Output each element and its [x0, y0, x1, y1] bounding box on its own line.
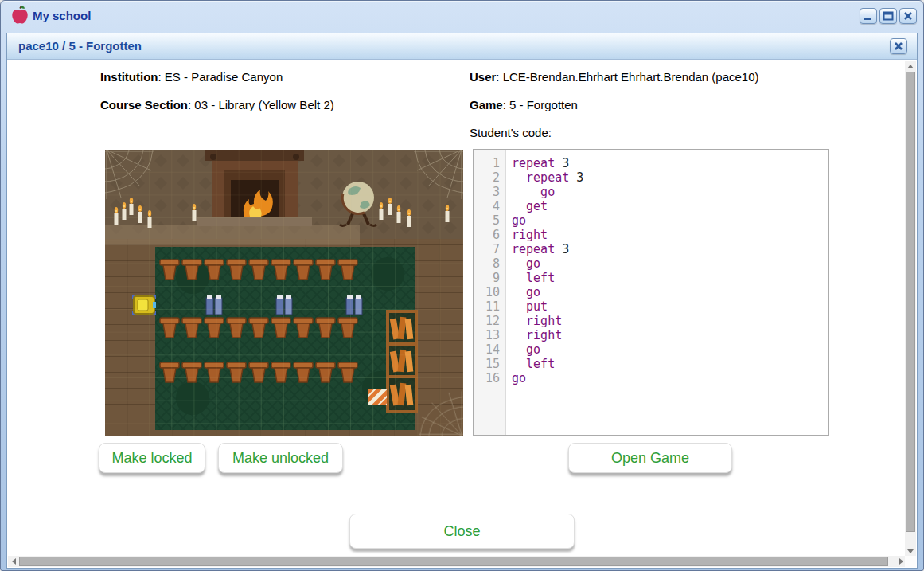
code-keyword: repeat [512, 170, 576, 185]
apple-icon [11, 6, 29, 25]
line-number: 12 [474, 314, 505, 328]
line-number: 5 [474, 213, 505, 228]
code-arg: 3 [576, 170, 583, 185]
scrollbar-corner [905, 556, 916, 567]
triangle-down-icon [907, 549, 914, 553]
game-scene [105, 150, 463, 436]
dialog-header: pace10 / 5 - Forgotten [7, 33, 917, 60]
triangle-right-icon [899, 558, 903, 565]
course-section-row: Course Section: 03 - Library (Yellow Bel… [100, 98, 334, 111]
line-number: 3 [474, 185, 505, 199]
user-value: : LCE-Brendan.Ehrhart Ehrhart.Brendan (p… [496, 70, 758, 84]
minimize-button[interactable] [860, 8, 877, 24]
code-keyword: right [512, 314, 562, 328]
close-button[interactable]: Close [349, 514, 575, 549]
vertical-scrollbar[interactable] [905, 61, 916, 557]
line-number: 8 [474, 256, 505, 271]
line-number: 15 [474, 357, 505, 371]
code-line: 13 right [474, 328, 828, 342]
scroll-up-arrow[interactable] [905, 61, 916, 72]
institution-row: Institution: ES - Paradise Canyon [100, 70, 283, 84]
minimize-icon [863, 10, 874, 22]
code-keyword: put [512, 299, 548, 314]
institution-label: Institution [100, 70, 158, 84]
dialog-close-button[interactable] [890, 38, 907, 54]
window-titlebar: My school [1, 1, 923, 31]
line-number: 4 [474, 199, 505, 213]
code-keyword: go [512, 256, 540, 271]
course-section-value: : 03 - Library (Yellow Belt 2) [188, 98, 334, 111]
code-keyword: repeat [512, 156, 562, 170]
open-game-button[interactable]: Open Game [568, 443, 732, 473]
close-icon [893, 41, 904, 52]
scroll-down-arrow[interactable] [905, 546, 916, 557]
line-number: 1 [474, 156, 505, 170]
code-line: 1repeat 3 [474, 156, 828, 170]
close-icon [903, 10, 914, 22]
triangle-up-icon [907, 65, 914, 68]
code-keyword: repeat [512, 242, 562, 256]
code-line: 7repeat 3 [474, 242, 828, 256]
line-number: 6 [474, 228, 505, 242]
game-label: Game [470, 98, 503, 111]
code-lines: 1repeat 3 2 repeat 3 3 go 4 get 5go 6rig… [474, 156, 828, 385]
code-keyword: go [512, 371, 526, 385]
code-line: 15 left [474, 357, 828, 371]
code-line: 10 go [474, 285, 828, 299]
code-line: 2 repeat 3 [474, 170, 828, 185]
make-locked-button[interactable]: Make locked [99, 443, 205, 473]
line-number: 16 [474, 371, 505, 385]
dialog-body: Institution: ES - Paradise Canyon Course… [8, 61, 906, 557]
line-number: 14 [474, 342, 505, 357]
course-section-label: Course Section [100, 98, 188, 111]
code-keyword: left [512, 271, 555, 285]
line-number: 13 [474, 328, 505, 342]
line-number: 10 [474, 285, 505, 299]
line-number: 11 [474, 299, 505, 314]
game-row: Game: 5 - Forgotten [470, 98, 578, 111]
institution-value: : ES - Paradise Canyon [158, 70, 283, 84]
user-label: User [470, 70, 496, 84]
code-line: 16go [474, 371, 828, 385]
code-keyword: go [512, 285, 540, 299]
code-keyword: go [512, 213, 526, 228]
code-keyword: left [512, 357, 555, 371]
code-line: 12 right [474, 314, 828, 328]
screen: My school pace10 / 5 - Forgotten [0, 0, 924, 571]
user-row: User: LCE-Brendan.Ehrhart Ehrhart.Brenda… [470, 70, 759, 84]
code-keyword: go [512, 185, 555, 199]
code-line: 4 get [474, 199, 828, 213]
code-line: 11 put [474, 299, 828, 314]
maximize-button[interactable] [879, 8, 897, 24]
window-title: My school [33, 9, 91, 22]
window-controls [860, 8, 917, 24]
line-number: 7 [474, 242, 505, 256]
code-keyword: right [512, 228, 548, 242]
horizontal-scrollbar-thumb[interactable] [19, 557, 888, 566]
game-value: : 5 - Forgotten [503, 98, 578, 111]
student-code-label: Student's code: [470, 126, 552, 139]
student-code-panel: 1repeat 3 2 repeat 3 3 go 4 get 5go 6rig… [473, 149, 829, 436]
game-screenshot [105, 150, 463, 436]
scroll-left-arrow[interactable] [8, 556, 19, 567]
dialog-title: pace10 / 5 - Forgotten [18, 39, 142, 53]
triangle-left-icon [12, 558, 16, 565]
line-number: 2 [474, 170, 505, 185]
code-arg: 3 [562, 156, 569, 170]
line-number: 9 [474, 271, 505, 285]
code-line: 9 left [474, 271, 828, 285]
code-keyword: go [512, 342, 540, 357]
code-line: 6right [474, 228, 828, 242]
maximize-icon [883, 10, 894, 22]
vertical-scrollbar-thumb[interactable] [906, 72, 915, 532]
code-keyword: right [512, 328, 562, 342]
horizontal-scrollbar[interactable] [8, 556, 906, 567]
code-line: 8 go [474, 256, 828, 271]
code-line: 5go [474, 213, 828, 228]
code-arg: 3 [562, 242, 569, 256]
app-window: My school pace10 / 5 - Forgotten [0, 0, 924, 571]
code-line: 14 go [474, 342, 828, 357]
close-window-button[interactable] [899, 8, 917, 24]
code-line: 3 go [474, 185, 828, 199]
make-unlocked-button[interactable]: Make unlocked [218, 443, 343, 473]
